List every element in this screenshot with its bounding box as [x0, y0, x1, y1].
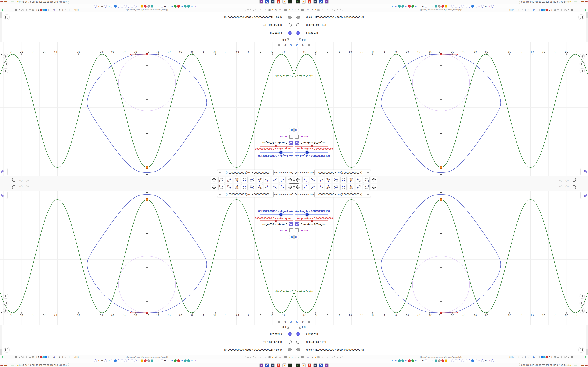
shield-blue-icon[interactable]: ▼ [294, 8, 297, 11]
kebab-icon[interactable]: ⋮ [272, 320, 275, 324]
firefox-icon[interactable]: ● [314, 356, 317, 359]
algebra-row-text[interactable]: curves = {} [270, 32, 282, 35]
favicon-flower[interactable] [127, 5, 130, 8]
folder-icon[interactable] [252, 8, 254, 11]
headset-icon[interactable]: ∩ [279, 8, 281, 11]
favicon-google[interactable]: G [157, 359, 160, 362]
favicon-flower[interactable] [468, 5, 471, 8]
favicon-flower[interactable] [134, 359, 137, 362]
favicon-teal-dot[interactable] [398, 359, 401, 362]
plus-circle-icon[interactable]: + [541, 356, 543, 358]
terminal-app-button[interactable]: ▮ [296, 363, 300, 367]
reload-icon[interactable]: ⟳ [61, 356, 64, 359]
visibility-marble-blue[interactable] [288, 31, 292, 35]
shield-gray-icon[interactable] [559, 8, 562, 11]
function-dropdown-label[interactable]: Curvature function [274, 193, 294, 196]
favicon-flower[interactable] [124, 5, 127, 8]
gear-icon[interactable] [269, 356, 271, 359]
algebra-scrollbar-thumb[interactable] [586, 12, 588, 18]
gear-icon[interactable] [317, 356, 319, 359]
globe-icon[interactable] [319, 8, 321, 11]
favicon-flower[interactable] [468, 359, 471, 362]
box-icon[interactable]: ▣ [32, 356, 34, 359]
record-icon[interactable]: ● [546, 9, 548, 11]
globe-icon[interactable] [309, 356, 312, 359]
favicon-wikipedia[interactable]: W [421, 5, 424, 8]
ghost-icon[interactable]: ○ [326, 356, 329, 359]
trash-icon[interactable] [548, 8, 551, 11]
visibility-marble-blue[interactable] [296, 332, 300, 336]
favicon-flower[interactable] [111, 5, 113, 8]
monitor-app-button[interactable]: ▣ [271, 363, 275, 367]
favicon-google[interactable]: G [167, 5, 170, 8]
favicon-flower[interactable] [425, 359, 427, 362]
zoom-out-button[interactable] [3, 308, 8, 313]
graphics-view[interactable]: −2.4−2.2−2−1.8−1.6−1.4−1.2−1−0.8−0.6−0.4… [294, 184, 588, 367]
arc-position-slider[interactable] [295, 220, 328, 221]
shield-blue-icon[interactable]: ▼ [291, 356, 294, 359]
favicon-google[interactable]: G [391, 359, 394, 362]
favicon-flower[interactable] [127, 359, 130, 362]
download-icon[interactable] [527, 8, 529, 11]
ghost-icon[interactable]: ◦ [257, 356, 259, 359]
floppy64-app-button[interactable]: 64 [265, 0, 269, 4]
home-button[interactable] [580, 294, 585, 299]
favicon-check-green[interactable]: ✓ [174, 5, 177, 8]
favicon-google[interactable]: G [478, 359, 481, 362]
floppy64-app-button[interactable]: 64 [265, 363, 269, 367]
headset-icon[interactable]: ∩ [279, 356, 281, 359]
shield-gray-icon[interactable] [26, 356, 29, 359]
algebra-scrollbar-thumb[interactable] [0, 12, 2, 18]
zoom-out-button[interactable] [580, 308, 585, 313]
record-icon[interactable]: ● [546, 356, 548, 358]
favicon-flower[interactable] [451, 5, 454, 8]
shield-download-icon[interactable]: ⯆ [42, 9, 45, 11]
favicon-teal-dot[interactable] [398, 5, 401, 8]
forward-icon[interactable]: → [64, 8, 67, 11]
ghost-icon[interactable]: ○ [254, 8, 257, 11]
translate-icon[interactable] [532, 356, 535, 359]
curvature-tangent-checkbox[interactable] [295, 222, 299, 226]
address-bar-url[interactable]: https://www.geogebra.org/classic/aagcxh3… [112, 356, 182, 358]
zoom-out-button[interactable] [580, 54, 585, 59]
favicon-flower[interactable] [134, 5, 137, 8]
updown-arrows-icon[interactable]: ⌃⌄ [68, 363, 69, 366]
favicon-check-green[interactable]: ✓ [174, 359, 177, 362]
updown-arrows-icon[interactable]: ⌃⌄ [519, 363, 520, 366]
arc-length-slider-knob[interactable] [306, 151, 309, 154]
favicon-flower[interactable] [104, 5, 107, 8]
step-animation-button[interactable]: ▶▎ [289, 235, 294, 239]
address-bar-url[interactable]: https://www.geogebra.org/classic/aagcxh3… [112, 9, 182, 11]
globe-icon[interactable] [319, 356, 321, 359]
dropdown-arrow-icon[interactable] [367, 194, 369, 195]
shield-icon[interactable] [339, 8, 341, 11]
function-input[interactable]: 1.00000000000 + cos(4.00000000000 x) [217, 192, 274, 197]
gear-icon[interactable] [269, 8, 271, 11]
shield-icon[interactable] [247, 8, 249, 11]
home-button[interactable] [3, 294, 8, 299]
favicon-flower[interactable] [161, 5, 163, 8]
visibility-marble-gray[interactable] [296, 348, 300, 351]
arc-position-slider[interactable] [295, 146, 328, 147]
favicon-info[interactable]: i [147, 5, 150, 8]
red-settings-app-button[interactable]: ✻ [308, 363, 311, 367]
ghost-icon[interactable]: ◦ [262, 356, 264, 359]
trash-icon[interactable] [37, 8, 40, 11]
favicon-yandex[interactable]: Я [177, 359, 180, 362]
favicon-google[interactable]: G [428, 5, 431, 8]
fullscreen-button[interactable] [4, 347, 10, 352]
reload-icon[interactable]: ⟳ [524, 8, 527, 11]
arc-position-slider-knob[interactable] [275, 220, 277, 222]
firefox-app-button[interactable]: ● [282, 363, 286, 367]
favicon-chat-blue[interactable] [471, 359, 474, 362]
globe-gray-icon[interactable] [23, 8, 26, 11]
favicon-flower[interactable] [117, 359, 120, 362]
headset-icon[interactable]: ∩ [307, 356, 309, 359]
firefox-icon[interactable]: ● [314, 8, 317, 11]
favicon-flower[interactable] [161, 359, 163, 362]
favicon-yandex[interactable]: Я [408, 359, 411, 362]
graphics-view[interactable]: −2.4−2.2−2−1.8−1.6−1.4−1.2−1−0.8−0.6−0.4… [294, 0, 588, 184]
arc-length-slider[interactable] [295, 152, 328, 153]
ghost-icon[interactable]: ○ [321, 8, 324, 11]
favicon-wikipedia[interactable]: W [421, 359, 424, 362]
